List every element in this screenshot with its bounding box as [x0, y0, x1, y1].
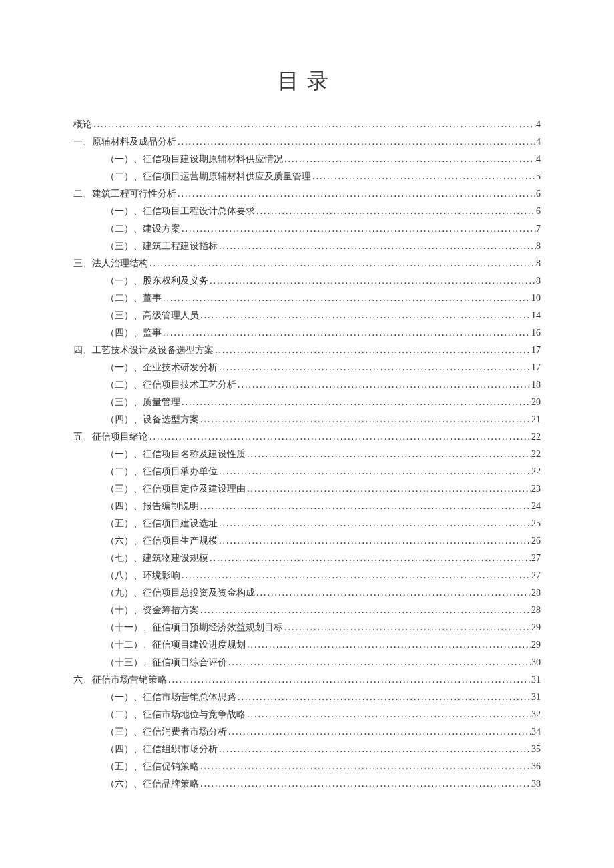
- toc-entry-page: 29: [531, 636, 541, 654]
- toc-leader-dots: [214, 342, 531, 359]
- toc-entry-label: （一）、征信市场营销总体思路: [105, 689, 236, 706]
- toc-entry: （二）、征信项目技术工艺分析18: [73, 376, 541, 394]
- toc-leader-dots: [246, 706, 531, 723]
- toc-entry-label: 三、法人治理结构: [73, 255, 148, 272]
- toc-entry-label: （一）、征信项目建设期原辅材料供应情况: [105, 151, 283, 168]
- toc-entry-label: （十）、资金筹措方案: [105, 602, 199, 619]
- toc-entry: （六）、征信品牌策略38: [73, 775, 541, 793]
- toc-entry-label: （十一）、征信项目预期经济效益规划目标: [105, 619, 283, 636]
- toc-entry-page: 4: [536, 133, 541, 151]
- toc-leader-dots: [148, 428, 531, 446]
- toc-entry-page: 8: [536, 255, 541, 272]
- toc-entry: 四、工艺技术设计及设备选型方案17: [73, 342, 541, 359]
- toc-leader-dots: [148, 255, 536, 272]
- toc-entry: （一）、股东权利及义务8: [73, 272, 541, 290]
- toc-leader-dots: [246, 636, 531, 654]
- toc-entry-label: 六、征信市场营销策略: [73, 671, 167, 689]
- toc-leader-dots: [227, 723, 531, 741]
- toc-entry-page: 14: [531, 307, 541, 324]
- toc-entry-label: （十三）、征信项目综合评价: [105, 654, 227, 671]
- toc-entry: （二）、征信项目承办单位22: [73, 463, 541, 480]
- toc-entry: （八）、环境影响27: [73, 567, 541, 584]
- toc-entry-label: （四）、征信组织市场分析: [105, 741, 218, 758]
- toc-entry-page: 27: [531, 550, 541, 567]
- toc-entry: （三）、高级管理人员14: [73, 307, 541, 324]
- toc-entry-label: （四）、报告编制说明: [105, 498, 199, 515]
- toc-entry-label: （一）、征信项目名称及建设性质: [105, 446, 246, 463]
- toc-entry-page: 20: [531, 394, 541, 411]
- toc-entry-label: （二）、征信项目技术工艺分析: [105, 376, 236, 394]
- toc-leader-dots: [180, 220, 536, 238]
- toc-leader-dots: [246, 446, 531, 463]
- toc-entry-page: 22: [531, 428, 541, 446]
- toc-entry-page: 7: [536, 220, 541, 238]
- toc-entry-page: 4: [536, 151, 541, 168]
- toc-entry-page: 18: [531, 376, 541, 394]
- toc-entry: （七）、建筑物建设规模27: [73, 550, 541, 567]
- toc-leader-dots: [218, 532, 531, 550]
- toc-entry-label: （三）、高级管理人员: [105, 307, 199, 324]
- toc-leader-dots: [218, 741, 531, 758]
- toc-entry-label: （四）、监事: [105, 324, 162, 342]
- toc-entry: 概论4: [73, 116, 541, 133]
- toc-entry: （一）、企业技术研发分析17: [73, 359, 541, 376]
- toc-entry-label: （三）、征信消费者市场分析: [105, 723, 227, 741]
- toc-entry-label: 四、工艺技术设计及设备选型方案: [73, 342, 214, 359]
- toc-entry-label: （五）、征信促销策略: [105, 758, 199, 775]
- toc-leader-dots: [236, 376, 531, 394]
- toc-entry: （十二）、征信项目建设进度规划29: [73, 636, 541, 654]
- toc-entry-page: 28: [531, 602, 541, 619]
- toc-entry-page: 24: [531, 498, 541, 515]
- toc-leader-dots: [236, 689, 531, 706]
- toc-entry: 五、征信项目绪论22: [73, 428, 541, 446]
- toc-entry-label: 概论: [73, 116, 92, 133]
- toc-leader-dots: [180, 394, 531, 411]
- toc-leader-dots: [218, 463, 531, 480]
- toc-entry-page: 32: [531, 706, 541, 723]
- page-title: 目录: [73, 67, 541, 96]
- toc-entry-page: 38: [531, 775, 541, 793]
- toc-entry: （四）、设备选型方案21: [73, 411, 541, 428]
- toc-entry: （六）、征信项目生产规模26: [73, 532, 541, 550]
- toc-leader-dots: [199, 758, 531, 775]
- toc-leader-dots: [283, 151, 536, 168]
- toc-entry-page: 10: [531, 290, 541, 307]
- toc-leader-dots: [199, 602, 531, 619]
- toc-leader-dots: [208, 272, 536, 290]
- toc-entry: （十三）、征信项目综合评价30: [73, 654, 541, 671]
- toc-entry-page: 17: [531, 359, 541, 376]
- toc-entry-page: 17: [531, 342, 541, 359]
- toc-entry-page: 34: [531, 723, 541, 741]
- toc-leader-dots: [199, 411, 531, 428]
- toc-entry-page: 4: [536, 116, 541, 133]
- toc-entry-label: （七）、建筑物建设规模: [105, 550, 208, 567]
- toc-entry-label: （二）、董事: [105, 290, 162, 307]
- toc-entry: （五）、征信项目建设选址25: [73, 515, 541, 532]
- toc-entry: 六、征信市场营销策略31: [73, 671, 541, 689]
- toc-entry-page: 29: [531, 619, 541, 636]
- toc-entry-page: 31: [531, 671, 541, 689]
- toc-entry: 三、法人治理结构8: [73, 255, 541, 272]
- toc-entry: （四）、监事16: [73, 324, 541, 342]
- toc-entry-page: 26: [531, 532, 541, 550]
- toc-leader-dots: [255, 203, 536, 220]
- toc-entry: （三）、征信项目定位及建设理由23: [73, 480, 541, 498]
- toc-entry: 一、原辅材料及成品分析4: [73, 133, 541, 151]
- toc-entry-page: 23: [531, 480, 541, 498]
- toc-entry-label: （五）、征信项目建设选址: [105, 515, 218, 532]
- toc-entry: （十）、资金筹措方案28: [73, 602, 541, 619]
- toc-leader-dots: [162, 290, 531, 307]
- toc-leader-dots: [218, 359, 531, 376]
- toc-leader-dots: [167, 671, 531, 689]
- toc-entry-page: 28: [531, 584, 541, 602]
- toc-entry-label: 五、征信项目绪论: [73, 428, 148, 446]
- toc-entry-label: （六）、征信项目生产规模: [105, 532, 218, 550]
- toc-entry: （五）、征信促销策略36: [73, 758, 541, 775]
- toc-leader-dots: [176, 133, 536, 151]
- toc-entry-page: 16: [531, 324, 541, 342]
- table-of-contents: 概论4一、原辅材料及成品分析4（一）、征信项目建设期原辅材料供应情况4（二）、征…: [73, 116, 541, 793]
- toc-entry: （二）、征信市场地位与竞争战略32: [73, 706, 541, 723]
- toc-entry-label: （一）、股东权利及义务: [105, 272, 208, 290]
- toc-entry: （三）、征信消费者市场分析34: [73, 723, 541, 741]
- toc-entry-page: 30: [531, 654, 541, 671]
